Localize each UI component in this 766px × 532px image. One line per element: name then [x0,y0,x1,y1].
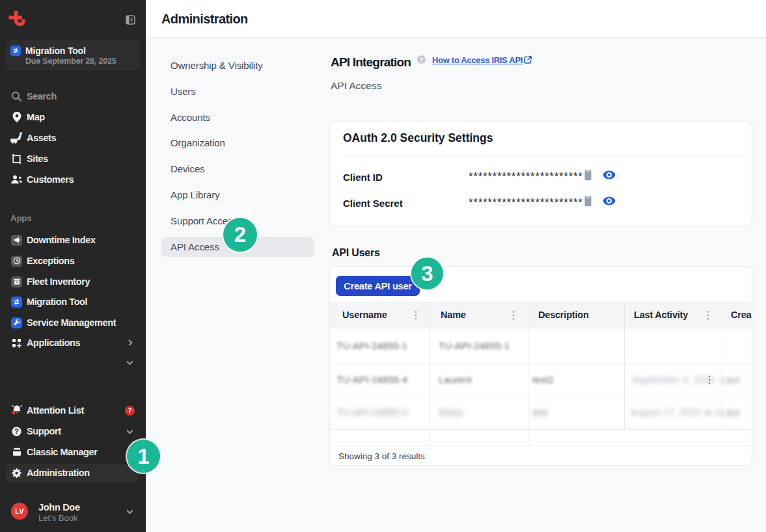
svg-text:?: ? [14,427,18,435]
